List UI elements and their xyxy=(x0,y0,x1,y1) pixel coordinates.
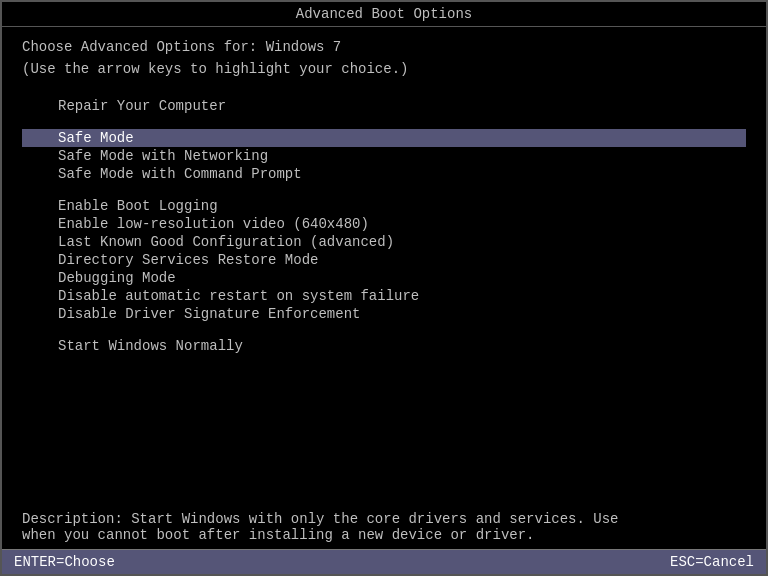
menu-item-last-known-good[interactable]: Last Known Good Configuration (advanced) xyxy=(22,233,746,251)
boot-screen: Advanced Boot Options Choose Advanced Op… xyxy=(0,0,768,576)
intro-line1: Choose Advanced Options for: Windows 7 xyxy=(22,39,746,55)
title-bar: Advanced Boot Options xyxy=(2,2,766,27)
description-line2: when you cannot boot after installing a … xyxy=(22,527,746,543)
intro-line2: (Use the arrow keys to highlight your ch… xyxy=(22,61,746,77)
menu-item-disable-restart[interactable]: Disable automatic restart on system fail… xyxy=(22,287,746,305)
main-content: Choose Advanced Options for: Windows 7 (… xyxy=(2,27,766,505)
footer-esc: ESC=Cancel xyxy=(670,554,754,570)
menu-item-safe-mode-networking[interactable]: Safe Mode with Networking xyxy=(22,147,746,165)
footer-enter: ENTER=Choose xyxy=(14,554,115,570)
boot-menu-list: Safe ModeSafe Mode with NetworkingSafe M… xyxy=(22,129,746,323)
description-area: Description: Start Windows with only the… xyxy=(2,505,766,549)
start-windows-normally-item[interactable]: Start Windows Normally xyxy=(22,337,746,355)
repair-computer-item[interactable]: Repair Your Computer xyxy=(22,97,746,115)
footer: ENTER=Choose ESC=Cancel xyxy=(2,549,766,574)
menu-item-disable-driver-sig[interactable]: Disable Driver Signature Enforcement xyxy=(22,305,746,323)
menu-item-directory-services[interactable]: Directory Services Restore Mode xyxy=(22,251,746,269)
menu-item-low-res-video[interactable]: Enable low-resolution video (640x480) xyxy=(22,215,746,233)
description-line1: Description: Start Windows with only the… xyxy=(22,511,746,527)
menu-item-debugging-mode[interactable]: Debugging Mode xyxy=(22,269,746,287)
menu-item-safe-mode-cmd[interactable]: Safe Mode with Command Prompt xyxy=(22,165,746,183)
menu-item-safe-mode[interactable]: Safe Mode xyxy=(22,129,746,147)
menu-item-enable-boot-logging[interactable]: Enable Boot Logging xyxy=(22,197,746,215)
title-text: Advanced Boot Options xyxy=(296,6,472,22)
